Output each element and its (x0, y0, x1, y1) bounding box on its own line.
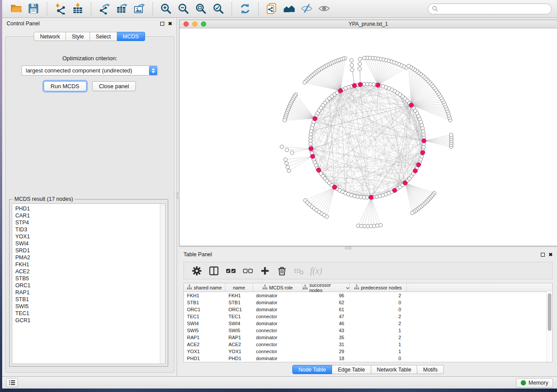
table-row[interactable]: YOX1YOX1connector291 (184, 348, 552, 355)
tab-network[interactable]: Network (34, 32, 66, 41)
table-tab-node-table[interactable]: Node Table (292, 365, 332, 374)
tab-mcds[interactable]: MCDS (117, 32, 145, 41)
mcds-node-item[interactable]: GCR1 (15, 317, 165, 324)
toolbar-separator (47, 2, 47, 15)
search-field[interactable] (428, 3, 552, 14)
search-icon (432, 6, 438, 12)
mcds-node-item[interactable]: STB1 (15, 296, 165, 303)
open-session-icon[interactable] (10, 2, 23, 15)
mcds-node-item[interactable]: STP4 (15, 219, 165, 226)
mcds-node-item[interactable]: SRD1 (15, 247, 165, 254)
tab-select[interactable]: Select (90, 32, 117, 41)
table-scrollbar[interactable] (547, 292, 552, 362)
cell: dominator (253, 334, 303, 341)
table-row[interactable]: ACE2ACE2connector311 (184, 341, 552, 348)
select-all-icon[interactable] (225, 265, 237, 277)
criterion-select[interactable]: largest connected component (undirected) (21, 65, 158, 76)
vertical-splitter[interactable] (176, 18, 179, 376)
columns-icon[interactable] (208, 265, 220, 277)
table-tab-network-table[interactable]: Network Table (371, 365, 418, 374)
maximize-window-icon[interactable] (201, 21, 206, 27)
column-header-shared-name[interactable]: shared name (184, 283, 225, 292)
settings-icon[interactable] (191, 265, 203, 277)
horizontal-splitter[interactable] (179, 246, 557, 249)
run-mcds-button[interactable]: Run MCDS (44, 81, 86, 91)
table-body: FKH1FKH1dominator962STB1STB1dominator620… (184, 292, 552, 362)
save-session-icon[interactable] (27, 2, 40, 15)
export-table-icon[interactable] (115, 2, 128, 15)
table-row[interactable]: ORC1ORC1dominator610 (184, 306, 552, 313)
close-panel-button[interactable]: Close panel (92, 81, 136, 91)
mcds-node-item[interactable]: SWI4 (15, 240, 165, 247)
mcds-node-item[interactable]: SWI5 (15, 303, 165, 310)
table-row[interactable]: RAP1RAP1dominator352 (184, 334, 552, 341)
cell: SWI5 (225, 327, 253, 334)
cell: connector (253, 341, 303, 348)
add-icon[interactable] (259, 265, 271, 277)
close-window-icon[interactable] (183, 21, 189, 27)
zoom-selected-icon[interactable] (212, 2, 225, 15)
import-network-icon[interactable] (54, 2, 67, 15)
desktop-wallpaper-left (0, 0, 2, 392)
mcds-list-scrollbar[interactable] (160, 203, 166, 364)
column-header-MCDS-role[interactable]: MCDS role (253, 283, 303, 292)
close-table-panel-icon[interactable]: ✖ (549, 252, 553, 257)
network-document-icon[interactable] (265, 2, 278, 15)
table-row[interactable]: FKH1FKH1dominator962 (184, 292, 552, 299)
table-row[interactable]: SWI5SWI5connector431 (184, 327, 552, 334)
table-header-row: shared namenameMCDS rolesuccessor nodesp… (184, 283, 552, 292)
table-tab-motifs[interactable]: Motifs (417, 365, 443, 374)
cell: 1 (350, 341, 407, 348)
show-details-icon[interactable] (318, 2, 331, 15)
zoom-in-icon[interactable] (159, 2, 173, 15)
mcds-node-item[interactable]: CAR1 (15, 212, 165, 219)
table-row[interactable]: TEC1TEC1connector472 (184, 313, 552, 320)
hide-details-icon[interactable] (300, 2, 313, 15)
column-header-successor-nodes[interactable]: successor nodes (303, 283, 350, 292)
search-input[interactable] (441, 6, 547, 12)
float-table-panel-icon[interactable] (541, 253, 545, 257)
tab-style[interactable]: Style (66, 32, 90, 41)
cell: dominator (253, 320, 303, 327)
close-panel-icon[interactable]: ✖ (168, 21, 172, 26)
float-panel-icon[interactable] (160, 22, 164, 26)
column-header-name[interactable]: name (225, 283, 253, 292)
table-row[interactable]: PHD1PHD1dominator180 (184, 355, 552, 362)
zoom-fit-icon[interactable] (194, 2, 208, 15)
mcds-node-item[interactable]: PHD1 (15, 205, 165, 212)
mcds-node-item[interactable]: PMA2 (15, 254, 165, 261)
cell: SWI4 (225, 320, 253, 327)
mcds-node-item[interactable]: ACE2 (15, 268, 165, 275)
attribute-icon (187, 285, 192, 290)
cell: 0 (350, 355, 407, 362)
table-tab-edge-table[interactable]: Edge Table (332, 365, 371, 374)
mcds-node-item[interactable]: STB5 (15, 275, 165, 282)
neighbors-icon[interactable] (283, 2, 296, 15)
task-history-button[interactable] (6, 378, 18, 387)
delete-icon[interactable] (276, 265, 288, 277)
table-row[interactable]: SWI4SWI4dominator462 (184, 320, 552, 327)
refresh-icon[interactable] (239, 2, 252, 15)
import-table-icon[interactable] (71, 2, 84, 15)
network-canvas[interactable] (180, 28, 557, 246)
mcds-node-item[interactable]: RAP1 (15, 289, 165, 296)
memory-button[interactable]: Memory (516, 378, 553, 388)
mcds-node-item[interactable]: ORC1 (15, 282, 165, 289)
export-image-icon[interactable] (133, 2, 146, 15)
cell: TEC1 (225, 313, 253, 320)
column-header-predecessor-nodes[interactable]: predecessor nodes (350, 283, 407, 292)
mcds-node-item[interactable]: YOX1 (15, 233, 165, 240)
export-network-icon[interactable] (98, 2, 111, 15)
mcds-node-item[interactable]: FKH1 (15, 261, 165, 268)
zoom-out-icon[interactable] (177, 2, 190, 15)
sort-descending-icon (346, 285, 349, 290)
mcds-node-item[interactable]: TID3 (15, 226, 165, 233)
toolbar-separator (91, 2, 91, 15)
mcds-result-list: PHD1CAR1STP4TID3YOX1SWI4SRD1PMA2FKH1ACE2… (12, 203, 166, 364)
mcds-node-item[interactable]: TEC1 (15, 310, 165, 317)
minimize-window-icon[interactable] (192, 21, 197, 27)
scrollbar-thumb[interactable] (548, 293, 551, 331)
table-row[interactable]: STB1STB1dominator620 (184, 299, 552, 306)
cell: FKH1 (184, 292, 225, 299)
deselect-all-icon[interactable] (242, 265, 254, 277)
